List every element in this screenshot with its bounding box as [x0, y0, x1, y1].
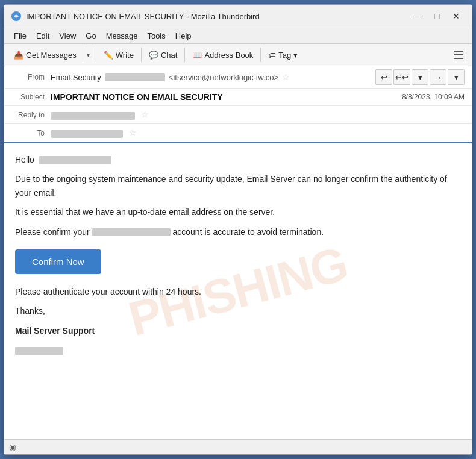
greeting-paragraph: Hello	[15, 153, 461, 166]
menu-help[interactable]: Help	[171, 30, 196, 42]
signature-redacted-line	[15, 343, 461, 357]
email-body: PHISHING Hello Due to the ongoing system…	[4, 143, 472, 439]
sender-redacted-1	[105, 73, 165, 81]
nav-dropdown-button[interactable]: ▾	[412, 69, 428, 85]
hamburger-menu-button[interactable]	[450, 46, 467, 63]
reply-to-redacted	[51, 112, 135, 120]
chat-label: Chat	[161, 51, 177, 60]
greeting-text: Hello	[15, 155, 34, 164]
to-value: ☆	[51, 128, 465, 137]
menu-edit[interactable]: Edit	[31, 30, 54, 42]
tag-icon: 🏷	[268, 51, 276, 60]
status-bar: ◉	[4, 439, 472, 454]
window-title: IMPORTANT NOTICE ON EMAIL SECURITY - Moz…	[26, 12, 260, 21]
reply-to-row: Reply to ☆	[4, 106, 472, 124]
separator-1	[96, 48, 96, 62]
email-nav-actions: ↩ ↩↩ ▾ → ▾	[375, 69, 465, 85]
window-controls: — □ ✕	[409, 10, 465, 23]
menu-file[interactable]: File	[9, 30, 31, 42]
more-button[interactable]: ▾	[448, 69, 465, 85]
maximize-button[interactable]: □	[428, 10, 445, 23]
menu-go[interactable]: Go	[81, 30, 101, 42]
sender-name: Email-Security	[51, 73, 101, 82]
body-paragraph-1: Due to the ongoing system maintenance an…	[15, 172, 461, 199]
get-messages-icon: 📥	[14, 51, 23, 60]
thanks-paragraph: Thanks,	[15, 304, 461, 317]
hamburger-line-3	[454, 58, 463, 59]
to-label: To	[11, 129, 51, 137]
signature-redacted	[15, 347, 63, 355]
get-messages-button[interactable]: 📥 Get Messages	[9, 48, 81, 62]
greeting-name-redacted	[39, 156, 111, 164]
address-book-icon: 📖	[192, 51, 202, 60]
menu-tools[interactable]: Tools	[142, 30, 170, 42]
from-star-icon[interactable]: ☆	[282, 72, 290, 82]
separator-2	[141, 48, 142, 62]
reply-to-star-icon[interactable]: ☆	[141, 110, 149, 119]
chat-button[interactable]: 💬 Chat	[144, 48, 182, 62]
get-messages-label: Get Messages	[26, 51, 77, 60]
menu-view[interactable]: View	[54, 30, 81, 42]
address-book-button[interactable]: 📖 Address Book	[187, 48, 258, 62]
tag-dropdown-arrow: ▾	[293, 51, 298, 60]
separator-4	[260, 48, 261, 62]
forward-button[interactable]: →	[430, 69, 446, 85]
title-bar-left: IMPORTANT NOTICE ON EMAIL SECURITY - Moz…	[11, 11, 260, 21]
reply-button[interactable]: ↩	[375, 69, 392, 85]
body-paragraph-3: Please confirm your account is accurate …	[15, 225, 461, 239]
status-icon: ◉	[9, 442, 16, 452]
from-label: From	[11, 73, 51, 81]
reply-all-button[interactable]: ↩↩	[393, 69, 410, 85]
hamburger-line-2	[454, 54, 463, 55]
thunderbird-icon	[11, 11, 21, 21]
hamburger-line-1	[454, 51, 463, 52]
reply-to-value: ☆	[51, 110, 465, 119]
close-button[interactable]: ✕	[448, 10, 465, 23]
signature-name: Mail Server Support	[15, 324, 461, 337]
write-icon: ✏️	[104, 51, 113, 60]
get-messages-dropdown[interactable]: ▾	[83, 48, 93, 62]
tag-label: Tag	[278, 51, 291, 60]
subject-text: IMPORTANT NOTICE ON EMAIL SECURITY	[51, 92, 402, 102]
from-value: Email-Security <itservice@networklogic-t…	[51, 72, 375, 82]
separator-3	[184, 48, 185, 62]
write-label: Write	[116, 51, 134, 60]
menubar: File Edit View Go Message Tools Help	[4, 28, 472, 44]
confirm-button-container: Confirm Now	[15, 245, 461, 279]
body-content: Hello Due to the ongoing system maintena…	[15, 153, 461, 357]
toolbar-right	[450, 46, 467, 63]
subject-label: Subject	[11, 93, 51, 101]
to-redacted	[51, 130, 123, 138]
toolbar: 📥 Get Messages ▾ ✏️ Write 💬 Chat 📖 Addre…	[4, 44, 472, 66]
p3-pre: Please confirm your	[15, 227, 90, 237]
confirm-now-button[interactable]: Confirm Now	[15, 249, 101, 274]
title-bar: IMPORTANT NOTICE ON EMAIL SECURITY - Moz…	[4, 5, 472, 28]
email-date: 8/8/2023, 10:09 AM	[402, 93, 465, 101]
body-paragraph-2: It is essential that we have an up-to-da…	[15, 205, 461, 219]
signature-bold: Mail Server Support	[15, 326, 95, 336]
menu-message[interactable]: Message	[101, 30, 143, 42]
to-star-icon[interactable]: ☆	[129, 128, 137, 137]
from-row: From Email-Security <itservice@networklo…	[4, 66, 472, 89]
address-book-label: Address Book	[204, 51, 253, 60]
subject-row: Subject IMPORTANT NOTICE ON EMAIL SECURI…	[4, 89, 472, 106]
main-window: IMPORTANT NOTICE ON EMAIL SECURITY - Moz…	[4, 4, 472, 455]
minimize-button[interactable]: —	[409, 10, 426, 23]
reply-to-label: Reply to	[11, 111, 51, 119]
account-redacted	[92, 228, 171, 236]
p3-post: account is accurate to avoid termination…	[173, 227, 324, 237]
chat-icon: 💬	[149, 51, 158, 60]
sender-email: <itservice@networklogic-tw.co>	[169, 73, 278, 82]
write-button[interactable]: ✏️ Write	[99, 48, 139, 62]
tag-button[interactable]: 🏷 Tag ▾	[263, 48, 302, 62]
email-header: From Email-Security <itservice@networklo…	[4, 66, 472, 143]
to-row: To ☆	[4, 124, 472, 142]
body-paragraph-4: Please authenticate your account within …	[15, 285, 461, 298]
